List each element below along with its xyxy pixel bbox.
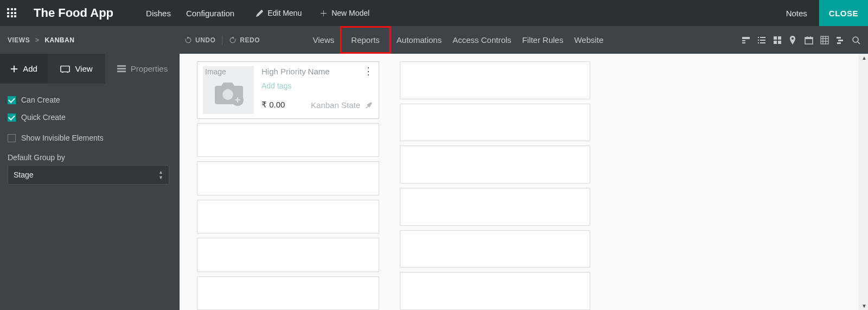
camera-icon bbox=[212, 79, 246, 109]
center-tabs: Views Reports Automations Access Control… bbox=[308, 26, 609, 54]
svg-rect-22 bbox=[837, 37, 841, 39]
sub-bar: VIEWS > KANBAN UNDO REDO Views Reports A… bbox=[0, 26, 868, 54]
select-default-group-by[interactable]: Stage ▲▼ bbox=[8, 165, 169, 185]
svg-rect-24 bbox=[837, 42, 841, 44]
form-view-icon[interactable] bbox=[742, 36, 750, 45]
breadcrumb-current: KANBAN bbox=[44, 36, 74, 44]
svg-rect-14 bbox=[805, 37, 813, 39]
redo-button[interactable]: REDO bbox=[229, 36, 260, 44]
svg-rect-10 bbox=[778, 36, 781, 40]
svg-rect-32 bbox=[117, 71, 126, 72]
option-can-create[interactable]: Can Create bbox=[8, 96, 172, 104]
map-view-icon[interactable] bbox=[789, 36, 797, 45]
breadcrumb-sep: > bbox=[35, 36, 40, 44]
notes-button[interactable]: Notes bbox=[774, 9, 819, 18]
svg-rect-7 bbox=[758, 42, 759, 43]
card-kanban-state-label: Kanban State bbox=[311, 100, 360, 110]
sidebar: Add View Properties Can Create Quick Cre… bbox=[0, 54, 180, 310]
kanban-card-placeholder[interactable] bbox=[400, 104, 590, 142]
new-model-label: New Model bbox=[331, 9, 369, 17]
kanban-view-icon[interactable] bbox=[773, 36, 782, 45]
scroll-down-icon[interactable]: ▼ bbox=[861, 303, 867, 309]
workspace: Add View Properties Can Create Quick Cre… bbox=[0, 54, 868, 310]
card-high-priority: High Priority bbox=[261, 67, 306, 76]
card-content: High Priority Name ⋮ Add tags ₹ 0.00 Kan… bbox=[261, 66, 373, 114]
kanban-card-placeholder[interactable] bbox=[400, 145, 590, 184]
svg-rect-17 bbox=[821, 36, 828, 44]
checkbox-can-create[interactable] bbox=[8, 96, 16, 104]
svg-rect-0 bbox=[742, 37, 750, 39]
svg-rect-12 bbox=[778, 41, 781, 44]
label-default-group-by: Default Group by bbox=[8, 153, 172, 162]
calendar-view-icon[interactable] bbox=[805, 36, 813, 45]
pivot-view-icon[interactable] bbox=[820, 36, 829, 45]
svg-rect-15 bbox=[807, 36, 808, 38]
kanban-card[interactable]: Image High bbox=[197, 61, 379, 119]
edit-menu[interactable]: Edit Menu bbox=[256, 9, 302, 17]
scroll-up-icon[interactable]: ▲ bbox=[861, 55, 867, 61]
kebab-icon[interactable]: ⋮ bbox=[363, 66, 373, 76]
undo-redo-group: UNDO REDO bbox=[184, 35, 260, 45]
side-tab-view[interactable]: View bbox=[48, 54, 105, 84]
breadcrumb-root[interactable]: VIEWS bbox=[8, 36, 30, 44]
app-title: The Food App bbox=[34, 6, 113, 20]
kanban-card-placeholder[interactable] bbox=[197, 276, 379, 310]
checkbox-show-invisible[interactable] bbox=[8, 134, 16, 142]
svg-rect-2 bbox=[742, 42, 745, 43]
svg-rect-11 bbox=[774, 41, 777, 44]
side-tab-add[interactable]: Add bbox=[0, 54, 48, 84]
scrollbar[interactable]: ▲ ▼ bbox=[858, 54, 868, 310]
option-quick-create[interactable]: Quick Create bbox=[8, 113, 172, 122]
tab-website[interactable]: Website bbox=[569, 26, 609, 54]
new-model[interactable]: New Model bbox=[320, 9, 369, 17]
apps-icon[interactable] bbox=[0, 0, 24, 26]
kanban-canvas: Image High bbox=[180, 54, 868, 310]
chevron-up-down-icon: ▲▼ bbox=[158, 170, 163, 180]
top-menu: Dishes Configuration bbox=[146, 0, 234, 26]
list-view-icon[interactable] bbox=[757, 36, 766, 45]
kanban-column bbox=[400, 61, 590, 310]
image-placeholder[interactable]: Image bbox=[203, 66, 254, 114]
card-price: ₹ 0.00 bbox=[261, 100, 285, 110]
close-button[interactable]: CLOSE bbox=[819, 0, 868, 26]
kanban-column: Image High bbox=[197, 61, 379, 310]
tab-filter-rules[interactable]: Filter Rules bbox=[517, 26, 569, 54]
kanban-card-placeholder[interactable] bbox=[197, 200, 379, 233]
pin-icon[interactable] bbox=[365, 101, 373, 109]
card-add-tags[interactable]: Add tags bbox=[261, 81, 373, 90]
kanban-board: Image High bbox=[180, 54, 868, 310]
tab-views[interactable]: Views bbox=[308, 26, 340, 54]
kanban-card-placeholder[interactable] bbox=[400, 272, 590, 310]
menu-dishes[interactable]: Dishes bbox=[146, 9, 171, 18]
top-bar: The Food App Dishes Configuration Edit M… bbox=[0, 0, 868, 26]
svg-point-25 bbox=[853, 37, 858, 42]
svg-rect-16 bbox=[810, 36, 812, 38]
tab-access-controls[interactable]: Access Controls bbox=[447, 26, 516, 54]
gantt-view-icon[interactable] bbox=[836, 36, 845, 45]
kanban-card-placeholder[interactable] bbox=[400, 188, 590, 226]
svg-rect-1 bbox=[742, 40, 745, 41]
breadcrumb: VIEWS > KANBAN bbox=[8, 36, 74, 44]
svg-line-26 bbox=[858, 42, 860, 44]
side-tab-properties[interactable]: Properties bbox=[105, 54, 180, 84]
svg-rect-8 bbox=[760, 42, 765, 43]
tab-reports[interactable]: Reports bbox=[340, 26, 391, 54]
kanban-card-placeholder[interactable] bbox=[197, 161, 379, 195]
view-switcher bbox=[742, 36, 860, 45]
svg-rect-23 bbox=[838, 40, 843, 41]
divider bbox=[222, 35, 222, 45]
undo-button[interactable]: UNDO bbox=[184, 36, 215, 44]
kanban-card-placeholder[interactable] bbox=[197, 123, 379, 157]
svg-rect-27 bbox=[61, 66, 69, 72]
kanban-card-placeholder[interactable] bbox=[400, 230, 590, 268]
option-show-invisible[interactable]: Show Invisible Elements bbox=[8, 134, 172, 142]
checkbox-quick-create[interactable] bbox=[8, 113, 16, 122]
tab-automations[interactable]: Automations bbox=[391, 26, 447, 54]
side-options: Can Create Quick Create Show Invisible E… bbox=[0, 84, 180, 185]
menu-configuration[interactable]: Configuration bbox=[186, 9, 234, 18]
search-icon[interactable] bbox=[852, 36, 860, 45]
kanban-card-placeholder[interactable] bbox=[400, 61, 590, 99]
kanban-card-placeholder[interactable] bbox=[197, 238, 379, 271]
svg-point-33 bbox=[222, 89, 233, 100]
card-name: Name bbox=[308, 67, 330, 76]
